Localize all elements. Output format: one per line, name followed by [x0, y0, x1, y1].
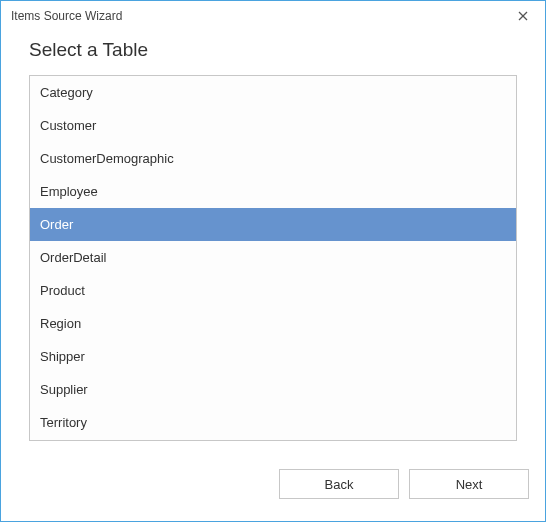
back-button[interactable]: Back [279, 469, 399, 499]
list-item[interactable]: Customer [30, 109, 516, 142]
list-item[interactable]: Order [30, 208, 516, 241]
list-item[interactable]: Region [30, 307, 516, 340]
next-button[interactable]: Next [409, 469, 529, 499]
list-item[interactable]: OrderDetail [30, 241, 516, 274]
close-icon [518, 11, 528, 21]
list-item[interactable]: Product [30, 274, 516, 307]
page-heading: Select a Table [29, 39, 517, 61]
list-item[interactable]: Supplier [30, 373, 516, 406]
wizard-window: Items Source Wizard Select a Table Categ… [0, 0, 546, 522]
list-item[interactable]: Territory [30, 406, 516, 439]
list-item[interactable]: Shipper [30, 340, 516, 373]
content-area: Select a Table CategoryCustomerCustomerD… [1, 31, 545, 459]
footer: Back Next [1, 459, 545, 521]
list-item[interactable]: Employee [30, 175, 516, 208]
titlebar: Items Source Wizard [1, 1, 545, 31]
list-item[interactable]: Category [30, 76, 516, 109]
window-title: Items Source Wizard [11, 9, 511, 23]
close-button[interactable] [511, 4, 535, 28]
list-item[interactable]: CustomerDemographic [30, 142, 516, 175]
table-listbox[interactable]: CategoryCustomerCustomerDemographicEmplo… [29, 75, 517, 441]
